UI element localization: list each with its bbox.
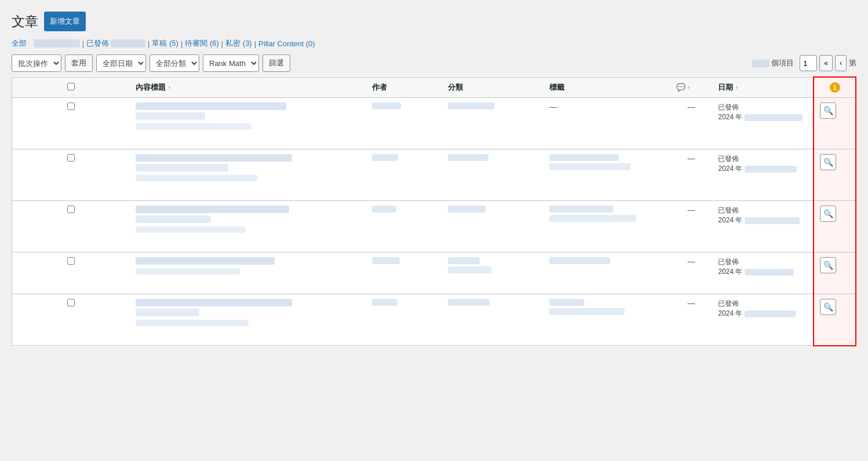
- filter-all[interactable]: 全部: [12, 38, 27, 49]
- toolbar: 批次操作 套用 全部日期 全部分類 Rank Math 篩選 個項目 « ‹ 第: [12, 54, 856, 72]
- row-comments-cell: —: [670, 294, 713, 346]
- rankmath-filter-select[interactable]: Rank Math: [203, 54, 259, 72]
- filter-private[interactable]: 私密 (3): [225, 38, 252, 49]
- date-filter-select[interactable]: 全部日期: [96, 54, 146, 72]
- row-checkbox-cell: [12, 253, 130, 294]
- row-author-cell: [366, 201, 442, 253]
- rankmath-search-button[interactable]: 🔍: [820, 257, 836, 273]
- row-rankmath-cell: 🔍: [814, 201, 856, 253]
- category-filter-select[interactable]: 全部分類: [149, 54, 199, 72]
- row-author-cell: [366, 98, 442, 149]
- row-date-cell: 已發佈 2024 年: [712, 98, 814, 149]
- rankmath-header: 1: [814, 77, 856, 98]
- title-sort-icon: ↑: [168, 85, 171, 91]
- table-row: — 已發佈 2024 年 🔍: [12, 149, 856, 201]
- date-sort-icon: ↑: [735, 85, 738, 91]
- row-checkbox-cell: [12, 149, 130, 201]
- row-checkbox-cell: [12, 201, 130, 253]
- row-date-cell: 已發佈 2024 年: [712, 253, 814, 294]
- row-comments-cell: —: [670, 149, 713, 201]
- pagination: 個項目 « ‹ 第: [752, 55, 856, 71]
- tags-header: 標籤: [544, 77, 670, 98]
- table-row: — 已發佈 2024 年 🔍: [12, 253, 856, 294]
- page-title: 文章: [12, 13, 38, 31]
- filter-button[interactable]: 篩選: [262, 54, 290, 72]
- rankmath-search-button[interactable]: 🔍: [820, 103, 836, 119]
- title-header[interactable]: 內容標題 ↑: [130, 77, 366, 98]
- add-new-button[interactable]: 新增文章: [44, 12, 86, 31]
- filter-published-count: [111, 39, 145, 47]
- row-author-cell: [366, 149, 442, 201]
- page-input[interactable]: [800, 55, 817, 71]
- filter-all-count: [34, 39, 80, 47]
- row-checkbox[interactable]: [67, 103, 75, 110]
- author-header: 作者: [366, 77, 442, 98]
- row-author-cell: [366, 294, 442, 346]
- row-checkbox-cell: [12, 294, 130, 346]
- next-page-label: 第: [849, 58, 856, 68]
- filter-pending[interactable]: 待審閱 (6): [185, 38, 219, 49]
- row-categories-cell: [442, 149, 544, 201]
- row-title-cell: [130, 149, 366, 201]
- row-categories-cell: [442, 253, 544, 294]
- rankmath-search-button[interactable]: 🔍: [820, 154, 836, 170]
- filter-nav: 全部 | 已發佈 | 草稿 (5) | 待審閱 (6) | 私密 (3) | P…: [12, 38, 856, 49]
- rankmath-search-button[interactable]: 🔍: [820, 299, 836, 315]
- row-title-cell: [130, 98, 366, 149]
- filter-draft[interactable]: 草稿 (5): [152, 38, 178, 49]
- page-header: 文章 新增文章: [12, 12, 856, 31]
- row-comments-cell: —: [670, 98, 713, 149]
- row-rankmath-cell-last: 🔍: [814, 294, 856, 346]
- filter-pillar[interactable]: Pillar Content (0): [258, 39, 315, 48]
- select-all-checkbox[interactable]: [67, 83, 75, 90]
- comments-sort-icon: ↑: [687, 85, 690, 91]
- row-checkbox-cell: [12, 98, 130, 149]
- row-checkbox[interactable]: [67, 206, 75, 213]
- row-title-cell: [130, 294, 366, 346]
- filter-published[interactable]: 已發佈: [86, 38, 109, 49]
- items-count: 個項目: [752, 58, 794, 68]
- table-row: — 已發佈 2024 年 🔍: [12, 201, 856, 253]
- row-date-cell: 已發佈 2024 年: [712, 294, 814, 346]
- apply-button[interactable]: 套用: [65, 54, 93, 72]
- row-checkbox[interactable]: [67, 154, 75, 162]
- row-comments-cell: —: [670, 253, 713, 294]
- first-page-button[interactable]: «: [819, 55, 833, 71]
- comment-icon: 💬: [676, 83, 685, 92]
- comments-header[interactable]: 💬 ↑: [670, 77, 713, 98]
- row-tags-cell: [544, 253, 670, 294]
- row-tags-cell: —: [544, 98, 670, 149]
- row-checkbox[interactable]: [67, 299, 75, 306]
- row-author-cell: [366, 253, 442, 294]
- row-tags-cell: [544, 149, 670, 201]
- table-row: — — 已發佈 2024 年 🔍: [12, 98, 856, 149]
- row-tags-cell: [544, 294, 670, 346]
- row-tags-cell: [544, 201, 670, 253]
- rankmath-badge: 1: [830, 82, 840, 93]
- title-sort-link[interactable]: 內容標題 ↑: [136, 83, 171, 92]
- posts-table: 內容標題 ↑ 作者 分類 標籤 💬 ↑ 日期 ↑: [12, 76, 856, 346]
- row-date-cell: 已發佈 2024 年: [712, 201, 814, 253]
- categories-header: 分類: [442, 77, 544, 98]
- row-comments-cell: —: [670, 201, 713, 253]
- row-rankmath-cell: 🔍: [814, 98, 856, 149]
- row-title-cell: [130, 253, 366, 294]
- row-checkbox[interactable]: [67, 257, 75, 265]
- bulk-action-select[interactable]: 批次操作: [12, 54, 61, 72]
- row-rankmath-cell: 🔍: [814, 253, 856, 294]
- row-rankmath-cell: 🔍: [814, 149, 856, 201]
- rankmath-search-button[interactable]: 🔍: [820, 206, 836, 222]
- select-all-header: [12, 77, 130, 98]
- date-sort-link[interactable]: 日期 ↑: [718, 83, 738, 92]
- row-categories-cell: [442, 294, 544, 346]
- row-categories-cell: [442, 201, 544, 253]
- table-row: — 已發佈 2024 年 🔍: [12, 294, 856, 346]
- prev-page-button[interactable]: ‹: [835, 55, 847, 71]
- row-categories-cell: [442, 98, 544, 149]
- row-title-cell: [130, 201, 366, 253]
- date-header[interactable]: 日期 ↑: [712, 77, 814, 98]
- row-date-cell: 已發佈 2024 年: [712, 149, 814, 201]
